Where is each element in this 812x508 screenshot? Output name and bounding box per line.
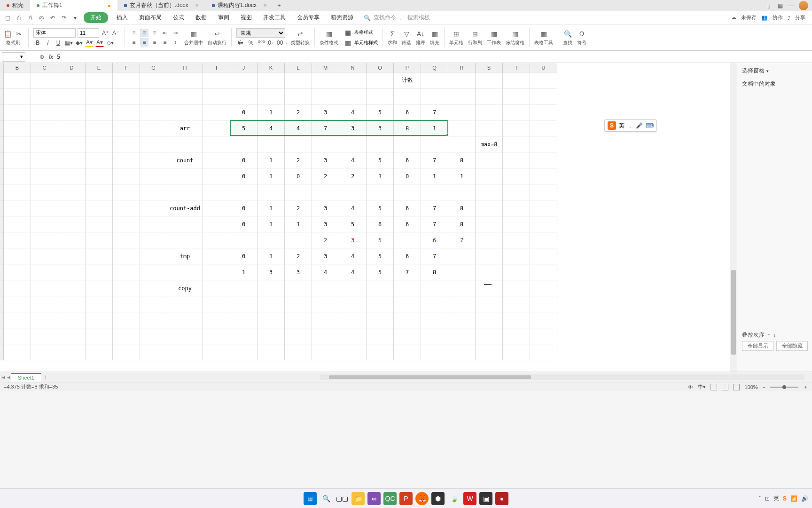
cell[interactable]: copy: [167, 280, 203, 296]
cell[interactable]: [167, 184, 203, 200]
cell[interactable]: [113, 344, 140, 360]
cell[interactable]: 7: [421, 152, 448, 168]
cell[interactable]: [476, 120, 503, 136]
explorer-icon[interactable]: 📁: [351, 492, 365, 505]
rec-icon[interactable]: ●: [495, 492, 508, 505]
menu-resource[interactable]: 稻壳资源: [326, 13, 358, 23]
cell[interactable]: [203, 136, 230, 152]
cell[interactable]: [476, 168, 503, 184]
column-header[interactable]: H: [167, 63, 203, 72]
cell[interactable]: [421, 344, 448, 360]
cell[interactable]: [113, 184, 140, 200]
increase-font-icon[interactable]: A⁺: [101, 29, 109, 37]
cell[interactable]: [203, 232, 230, 248]
print-icon[interactable]: ⎙: [25, 13, 35, 23]
cell[interactable]: 3: [339, 120, 367, 136]
add-sheet-button[interactable]: ＋: [41, 373, 49, 381]
cell[interactable]: [31, 200, 58, 216]
align-right-icon[interactable]: ≡: [150, 38, 159, 47]
table-tools-icon[interactable]: ▦: [539, 29, 548, 39]
cell[interactable]: [86, 120, 113, 136]
cell[interactable]: 1: [367, 168, 394, 184]
cond-fmt-group[interactable]: ▦ 条件格式: [320, 29, 338, 46]
merge-icon[interactable]: ▦: [189, 29, 198, 39]
cell[interactable]: [113, 216, 140, 232]
cell[interactable]: [367, 136, 394, 152]
cell[interactable]: [140, 72, 167, 88]
minimize-icon[interactable]: —: [788, 2, 795, 9]
font-color-icon[interactable]: A▾: [95, 39, 104, 47]
leaf-icon[interactable]: 🍃: [447, 492, 461, 505]
cell[interactable]: [448, 184, 476, 200]
cell[interactable]: [476, 216, 503, 232]
cell[interactable]: [167, 104, 203, 120]
table-style-label[interactable]: 表格样式: [354, 29, 373, 36]
cell[interactable]: [4, 328, 31, 344]
column-header[interactable]: T: [503, 63, 530, 72]
cell[interactable]: 3: [312, 104, 339, 120]
cell[interactable]: [167, 312, 203, 328]
cell[interactable]: [503, 216, 530, 232]
cell[interactable]: [86, 312, 113, 328]
cell[interactable]: [421, 184, 448, 200]
cell[interactable]: max=8: [476, 136, 503, 152]
cell[interactable]: [230, 344, 258, 360]
cell[interactable]: 0: [230, 248, 258, 264]
zoom-in-icon[interactable]: ＋: [803, 383, 808, 390]
cell[interactable]: [31, 88, 58, 104]
cell[interactable]: 6: [367, 216, 394, 232]
cell[interactable]: [503, 232, 530, 248]
cell[interactable]: [339, 72, 367, 88]
cell[interactable]: [86, 216, 113, 232]
currency-icon[interactable]: ¥▾: [236, 39, 245, 47]
convert-icon[interactable]: ⇄: [296, 29, 305, 39]
cell[interactable]: [476, 72, 503, 88]
cell[interactable]: [31, 216, 58, 232]
cell[interactable]: [339, 136, 367, 152]
grid-icon[interactable]: ▦: [776, 2, 784, 9]
sogou-icon[interactable]: S: [608, 121, 616, 130]
number-format-select[interactable]: 常规: [236, 28, 285, 38]
cell[interactable]: [530, 344, 557, 360]
cell[interactable]: [230, 296, 258, 312]
lang-icon[interactable]: 英: [773, 494, 779, 502]
cell[interactable]: [530, 168, 557, 184]
cell[interactable]: 8: [448, 216, 476, 232]
cell[interactable]: [167, 72, 203, 88]
cell[interactable]: [203, 216, 230, 232]
redo-icon[interactable]: ↷: [59, 13, 69, 23]
cell[interactable]: 3: [312, 248, 339, 264]
column-header[interactable]: I: [203, 63, 230, 72]
cell[interactable]: 0: [230, 216, 258, 232]
column-header[interactable]: U: [530, 63, 557, 72]
cell[interactable]: [503, 120, 530, 136]
cell[interactable]: 4: [258, 120, 285, 136]
cell[interactable]: [203, 328, 230, 344]
cell[interactable]: 7: [394, 264, 421, 280]
cell[interactable]: [285, 280, 312, 296]
cell[interactable]: [285, 184, 312, 200]
cell[interactable]: [4, 88, 31, 104]
cell[interactable]: [113, 152, 140, 168]
cell[interactable]: 0: [230, 152, 258, 168]
cell[interactable]: 4: [339, 200, 367, 216]
cell[interactable]: [312, 344, 339, 360]
cell[interactable]: [312, 328, 339, 344]
cell[interactable]: [4, 216, 31, 232]
cell[interactable]: [4, 296, 31, 312]
cell[interactable]: [394, 184, 421, 200]
cell[interactable]: [530, 312, 557, 328]
sum-icon[interactable]: Σ: [388, 29, 397, 39]
cell[interactable]: [285, 136, 312, 152]
vs-icon[interactable]: ∞: [367, 492, 381, 505]
cell[interactable]: [530, 136, 557, 152]
cell[interactable]: [530, 88, 557, 104]
cell[interactable]: 4: [339, 248, 367, 264]
preview-icon[interactable]: ◎: [37, 13, 46, 23]
cell[interactable]: [339, 296, 367, 312]
cell[interactable]: [312, 72, 339, 88]
cell[interactable]: [448, 312, 476, 328]
cond-fmt-icon[interactable]: ▦: [324, 29, 334, 39]
cell[interactable]: [86, 296, 113, 312]
cell[interactable]: [167, 168, 203, 184]
